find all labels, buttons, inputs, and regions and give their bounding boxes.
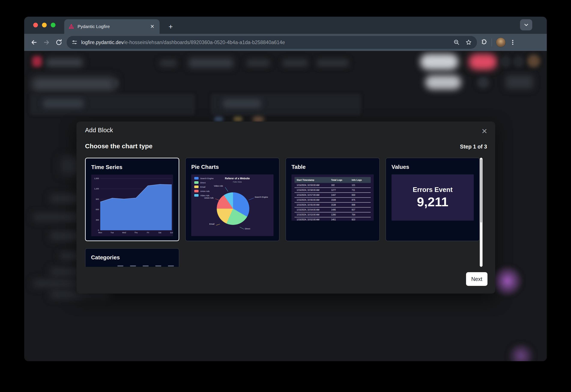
modal-scrollbar-track[interactable] — [480, 158, 483, 267]
card-title: Categories — [91, 254, 173, 261]
svg-text:Fri: Fri — [147, 232, 149, 234]
table-header-row: Start TimestampTotal LogsInfo Logs — [294, 177, 371, 183]
browser-window: Pydantic Logfire ✕ + logfire.pydantic.de… — [24, 17, 547, 361]
blurred-nav-item — [282, 59, 308, 67]
svg-text:300: 300 — [96, 219, 99, 221]
chevron-down-icon — [524, 22, 529, 28]
card-categories[interactable]: Categories — [85, 248, 179, 267]
pie-connectors — [191, 174, 274, 236]
blurred-button — [505, 75, 533, 89]
forward-arrow-icon — [43, 39, 50, 46]
blurred-panel-title — [223, 99, 261, 108]
svg-text:Mon: Mon — [98, 232, 102, 234]
blurred-nav-item — [317, 59, 349, 67]
svg-text:900: 900 — [96, 198, 99, 200]
card-title: Time Series — [91, 164, 173, 170]
values-preview: Errors Event 9,211 — [392, 174, 474, 221]
table-row: 1/15/2024, 10:59:00 AM182121 — [294, 183, 371, 188]
modal-subtitle: Choose the chart type — [85, 142, 152, 150]
zoom-indicator-icon[interactable] — [454, 39, 460, 46]
table-header-cell: Total Logs — [331, 179, 352, 181]
back-button[interactable] — [29, 38, 39, 47]
blurred-legend-chip — [214, 117, 223, 122]
tab-close-icon[interactable]: ✕ — [149, 23, 155, 30]
url-path: /e-hosseini/ehsan/dashboards/8920360a-05… — [124, 40, 285, 45]
categories-chart-sliver — [117, 266, 174, 266]
tab-title: Pydantic Logfire — [77, 24, 149, 29]
svg-text:Tue: Tue — [111, 232, 114, 234]
forward-button[interactable] — [42, 38, 51, 47]
menu-kebab-icon[interactable] — [510, 39, 516, 46]
blurred-nav-item — [189, 58, 234, 68]
card-values[interactable]: Values Errors Event 9,211 — [385, 158, 480, 241]
svg-text:Sat: Sat — [159, 232, 161, 234]
card-title: Values — [392, 164, 474, 170]
page-content: Add Block ✕ Choose the chart type Step 1… — [24, 51, 547, 361]
table-preview: Start TimestampTotal LogsInfo Logs1/15/2… — [292, 174, 374, 221]
blurred-purple-glow — [506, 344, 536, 361]
url-text: logfire.pydantic.dev/e-hosseini/ehsan/da… — [81, 40, 454, 45]
card-pie-charts[interactable]: Pie Charts Search EngineDirectEmailUnion… — [185, 158, 279, 241]
blurred-legend-chip — [234, 117, 242, 122]
browser-tab[interactable]: Pydantic Logfire ✕ — [64, 19, 160, 34]
maximize-window-button[interactable] — [51, 23, 56, 28]
blurred-red-button — [469, 54, 497, 70]
table-cell: 827 — [352, 209, 371, 211]
modal-scrollbar-thumb[interactable] — [480, 159, 482, 223]
table-cell: 823 — [352, 218, 371, 221]
svg-text:0: 0 — [98, 229, 99, 231]
new-tab-button[interactable]: + — [166, 21, 176, 32]
table-row: 1/15/2024, 10:52:00 AM1451823 — [294, 217, 371, 221]
back-arrow-icon — [30, 39, 38, 46]
bookmark-star-icon[interactable] — [465, 39, 472, 46]
toolbar-right-cluster — [481, 37, 516, 47]
blurred-user-avatar — [527, 55, 540, 67]
pie-slice-label: Direct — [245, 227, 250, 230]
table-cell: 1495 — [331, 209, 352, 211]
url-bar[interactable]: logfire.pydantic.dev/e-hosseini/ehsan/da… — [67, 36, 477, 49]
svg-text:1,200: 1,200 — [94, 188, 99, 190]
modal-close-icon[interactable]: ✕ — [480, 126, 489, 136]
blurred-icon-circle — [477, 77, 489, 89]
blurred-chevron — [111, 80, 119, 87]
table-cell: 875 — [352, 199, 371, 201]
tab-strip: Pydantic Logfire ✕ + — [24, 17, 547, 34]
pie-slice-label: Union Ads — [204, 197, 214, 199]
blurred-app-logo — [32, 56, 42, 67]
table-row: 1/15/2024, 10:55:00 AM1538898 — [294, 203, 371, 208]
close-window-button[interactable] — [33, 23, 38, 28]
add-block-modal: Add Block ✕ Choose the chart type Step 1… — [76, 122, 495, 294]
reload-icon — [56, 39, 62, 46]
blurred-icon-circle — [513, 56, 524, 67]
extensions-puzzle-icon[interactable] — [481, 39, 488, 46]
table-cell: 1/15/2024, 10:54:00 AM — [294, 209, 331, 211]
card-time-series[interactable]: Time Series 03006009001,2001,500MonTueWe… — [85, 158, 179, 241]
url-domain: logfire.pydantic.dev — [81, 40, 124, 45]
table-cell: 1451 — [331, 218, 352, 221]
table-row: 1/15/2024, 10:53:00 AM1390764 — [294, 212, 371, 217]
site-info-icon[interactable] — [72, 40, 77, 45]
card-table[interactable]: Table Start TimestampTotal LogsInfo Logs… — [286, 158, 380, 241]
blurred-purple-glow — [491, 265, 523, 297]
metric-title: Errors Event — [413, 186, 453, 194]
blurred-white-button — [420, 54, 458, 70]
minimize-window-button[interactable] — [42, 23, 47, 28]
blurred-white-button — [425, 75, 461, 89]
svg-text:Wed: Wed — [122, 232, 126, 234]
profile-avatar[interactable] — [496, 37, 506, 47]
card-title: Table — [292, 164, 374, 170]
pie-slice-label: Email — [209, 223, 214, 225]
table-cell: 1/15/2024, 10:59:00 AM — [294, 184, 331, 186]
pie-preview-chart: Search EngineDirectEmailUnion AdsVideo A… — [191, 174, 274, 236]
pie-slice-label: Search Engine — [255, 196, 268, 198]
step-indicator: Step 1 of 3 — [460, 144, 487, 150]
browser-toolbar: logfire.pydantic.dev/e-hosseini/ehsan/da… — [24, 34, 547, 51]
metric-value: 9,211 — [417, 195, 449, 209]
card-title: Pie Charts — [191, 164, 274, 170]
time-series-preview-chart: 03006009001,2001,500MonTueWedThuFriSatSu… — [91, 175, 173, 236]
table-cell: 1277 — [331, 189, 352, 191]
area-chart: 03006009001,2001,500MonTueWedThuFriSatSu… — [91, 175, 173, 236]
reload-button[interactable] — [54, 38, 64, 47]
next-button[interactable]: Next — [466, 272, 487, 286]
tab-search-button[interactable] — [520, 19, 532, 30]
